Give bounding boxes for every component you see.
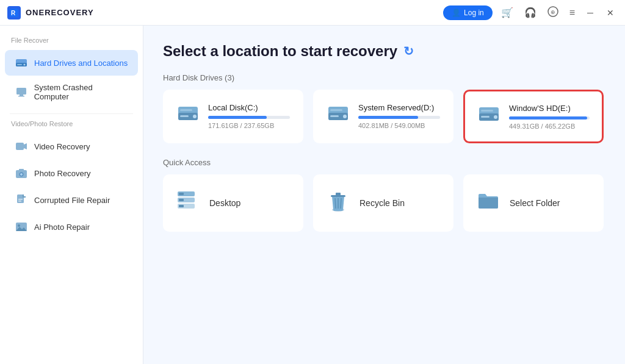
drive-card-e[interactable]: Window'S HD(E:) 449.31GB / 465.22GB (463, 90, 604, 143)
svg-rect-16 (19, 169, 24, 171)
drive-size-d: 402.81MB / 549.00MB (358, 122, 440, 129)
recycle-bin-icon (327, 189, 350, 217)
svg-rect-10 (18, 96, 24, 97)
drive-card-d-inner: System Reserved(D:) 402.81MB / 549.00MB (327, 102, 440, 130)
quick-card-desktop[interactable]: Desktop (163, 174, 303, 232)
drive-name-c: Local Disk(C:) (208, 103, 290, 112)
ai-photo-icon (15, 220, 28, 234)
svg-rect-37 (481, 116, 490, 118)
menu-icon[interactable]: ≡ (567, 6, 577, 20)
file-repair-icon (15, 193, 28, 207)
svg-rect-44 (179, 205, 184, 207)
titlebar-left: R ONERECOVERY (7, 6, 94, 20)
svg-rect-27 (180, 115, 189, 117)
drives-grid: Local Disk(C:) 171.61GB / 237.65GB (163, 90, 605, 143)
drive-card-e-inner: Window'S HD(E:) 449.31GB / 465.22GB (477, 102, 590, 130)
sidebar-item-system-crashed[interactable]: System Crashed Computer (5, 77, 138, 107)
page-title-text: Select a location to start recovery (163, 43, 397, 60)
svg-rect-38 (481, 110, 493, 112)
folder-icon (477, 189, 500, 217)
sidebar: File Recover Hard Drives and Locations (0, 26, 143, 364)
sidebar-item-corrupted-file[interactable]: Corrupted File Repair (5, 187, 138, 213)
close-button[interactable]: ✕ (603, 7, 618, 19)
cart-icon[interactable]: 🛒 (499, 5, 516, 20)
drive-size-c: 171.61GB / 237.65GB (208, 122, 290, 129)
hard-drive-icon (15, 56, 28, 70)
svg-marker-12 (24, 143, 27, 149)
drive-name-e: Window'S HD(E:) (509, 104, 590, 113)
drive-icon-d (327, 102, 350, 130)
desktop-icon (176, 189, 200, 217)
sidebar-ai-photo-label: Ai Photo Repair (34, 223, 90, 232)
svg-rect-28 (180, 109, 192, 111)
sidebar-item-video-recovery[interactable]: Video Recovery (5, 134, 138, 159)
drive-info-c: Local Disk(C:) 171.61GB / 237.65GB (208, 103, 290, 129)
sidebar-system-crashed-label: System Crashed Computer (34, 83, 128, 101)
svg-point-31 (343, 115, 347, 118)
app-logo: R (7, 6, 21, 20)
svg-text:⊕: ⊕ (551, 9, 555, 15)
page-title-container: Select a location to start recovery ↻ (163, 43, 605, 60)
svg-point-26 (193, 115, 197, 118)
drive-bar-bg-d (358, 116, 440, 119)
quick-access-label: Quick Access (163, 158, 605, 167)
drive-bar-bg-e (509, 116, 590, 120)
drive-bar-d (358, 116, 418, 119)
sidebar-item-photo-recovery[interactable]: Photo Recovery (5, 160, 138, 186)
drive-size-e: 449.31GB / 465.22GB (509, 123, 590, 130)
file-recover-label: File Recover (0, 37, 143, 49)
drive-card-c-inner: Local Disk(C:) 171.61GB / 237.65GB (176, 102, 290, 130)
refresh-icon[interactable]: ↻ (403, 44, 414, 59)
svg-rect-8 (16, 88, 26, 95)
titlebar: R ONERECOVERY 👤 Log in 🛒 🎧 ⊕ ≡ ─ ✕ (0, 0, 625, 26)
select-folder-label: Select Folder (510, 198, 560, 208)
drive-bar-c (208, 116, 267, 119)
drive-bar-e (509, 116, 587, 120)
monitor-icon (15, 85, 28, 99)
quick-access-grid: Desktop Recycle Bin (163, 174, 605, 232)
drive-icon-c (176, 102, 200, 130)
notification-icon[interactable]: ⊕ (545, 5, 561, 21)
video-icon (15, 140, 28, 153)
svg-marker-18 (23, 194, 26, 198)
svg-point-6 (24, 64, 26, 66)
user-icon: 👤 (452, 9, 461, 17)
svg-point-15 (20, 173, 23, 176)
camera-icon (15, 166, 28, 180)
svg-rect-20 (18, 201, 21, 202)
svg-point-22 (18, 224, 20, 227)
main-content: Select a location to start recovery ↻ Ha… (143, 26, 625, 364)
svg-line-48 (335, 198, 336, 209)
drive-bar-bg-c (208, 116, 290, 119)
titlebar-right: 👤 Log in 🛒 🎧 ⊕ ≡ ─ ✕ (443, 5, 618, 21)
app-body: File Recover Hard Drives and Locations (0, 26, 625, 364)
svg-rect-42 (179, 193, 184, 195)
sidebar-item-ai-photo[interactable]: Ai Photo Repair (5, 214, 138, 240)
quick-card-recycle-bin[interactable]: Recycle Bin (313, 174, 453, 232)
minimize-button[interactable]: ─ (583, 7, 597, 19)
svg-rect-11 (16, 143, 24, 150)
login-label: Log in (464, 9, 484, 17)
svg-rect-32 (330, 115, 339, 117)
drive-card-c[interactable]: Local Disk(C:) 171.61GB / 237.65GB (163, 90, 303, 143)
svg-rect-19 (18, 199, 23, 200)
quick-card-select-folder[interactable]: Select Folder (463, 174, 604, 232)
drive-card-d[interactable]: System Reserved(D:) 402.81MB / 549.00MB (313, 90, 453, 143)
drive-name-d: System Reserved(D:) (358, 103, 440, 112)
drive-info-e: Window'S HD(E:) 449.31GB / 465.22GB (509, 104, 590, 130)
login-button[interactable]: 👤 Log in (443, 5, 493, 20)
svg-rect-7 (17, 64, 22, 65)
sidebar-hard-drives-label: Hard Drives and Locations (34, 59, 128, 68)
drive-icon-e (477, 102, 500, 130)
hard-disk-section-label: Hard Disk Drives (3) (163, 73, 605, 82)
svg-rect-47 (336, 193, 341, 196)
svg-rect-33 (330, 109, 342, 111)
app-name: ONERECOVERY (26, 8, 94, 17)
recycle-bin-label: Recycle Bin (359, 198, 405, 208)
sidebar-corrupted-label: Corrupted File Repair (34, 196, 110, 205)
desktop-label: Desktop (209, 198, 240, 208)
sidebar-divider-1 (10, 113, 133, 114)
headset-icon[interactable]: 🎧 (522, 5, 539, 20)
sidebar-item-hard-drives[interactable]: Hard Drives and Locations (5, 50, 138, 76)
sidebar-photo-label: Photo Recovery (34, 169, 91, 178)
